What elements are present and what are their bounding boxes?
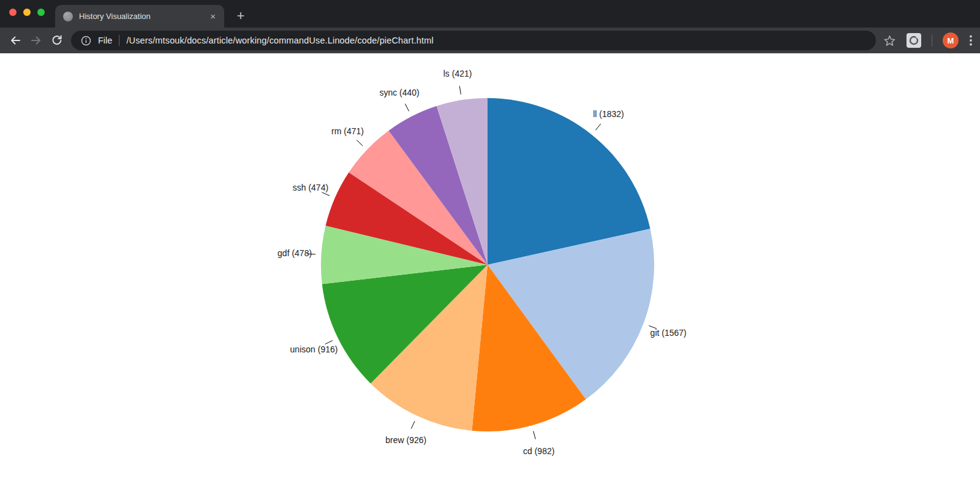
slice-label-gdf: gdf (478) [277,248,312,258]
slice-tick-ls [459,86,461,94]
star-icon [883,34,896,47]
url-path: /Users/mtsouk/docs/article/working/comma… [126,36,433,45]
forward-button[interactable] [26,30,47,51]
address-bar[interactable]: File /Users/mtsouk/docs/article/working/… [71,31,876,50]
window-minimize-button[interactable] [23,9,31,16]
slice-label-git: git (1567) [650,328,687,338]
kebab-menu-icon [969,34,973,47]
slice-tick-unison [325,341,333,344]
browser-toolbar: File /Users/mtsouk/docs/article/working/… [0,28,980,53]
pie-chart-svg: ll (1832)git (1567)cd (982)brew (926)uni… [0,53,980,486]
site-info-icon[interactable] [81,36,91,46]
slice-tick-brew [411,421,415,428]
slice-tick-sync [405,104,409,111]
new-tab-button[interactable]: + [232,7,250,25]
menu-button[interactable] [969,34,973,47]
slice-label-brew: brew (926) [385,435,426,445]
browser-tab[interactable]: History Visualization × [55,5,224,28]
traffic-lights [9,9,45,16]
browser-window: History Visualization × + [0,0,980,486]
back-arrow-icon [9,34,21,47]
bookmark-star-button[interactable] [883,34,896,47]
toolbar-right-cluster: M [883,32,973,48]
toolbar-divider [932,34,932,47]
slice-tick-cd [533,431,536,439]
window-zoom-button[interactable] [37,9,45,16]
tab-close-icon[interactable]: × [208,10,218,22]
page-favicon-icon [63,12,73,21]
reload-button[interactable] [47,30,67,51]
window-close-button[interactable] [9,9,17,16]
profile-avatar-button[interactable]: M [943,32,959,48]
slice-label-sync: sync (440) [379,88,419,97]
url-divider [119,35,119,46]
slice-tick-ll [595,124,601,131]
slice-tick-rm [356,140,363,146]
slice-tick-ssh [322,192,330,196]
slice-label-ls: ls (421) [443,69,472,78]
extension-icon [908,35,919,46]
url-scheme-label: File [98,36,112,45]
tab-title: History Visualization [79,12,202,21]
extension-button[interactable] [907,33,921,48]
back-button[interactable] [5,30,26,51]
slice-label-ll: ll (1832) [593,109,624,119]
slice-label-unison: unison (916) [290,344,338,354]
window-titlebar: History Visualization × + [0,0,980,28]
forward-arrow-icon [30,34,42,47]
slice-label-rm: rm (471) [331,126,364,136]
content-area: ll (1832)git (1567)cd (982)brew (926)uni… [0,53,980,486]
reload-icon [51,34,63,47]
slice-label-ssh: ssh (474) [293,183,328,192]
slice-label-cd: cd (982) [523,446,554,456]
